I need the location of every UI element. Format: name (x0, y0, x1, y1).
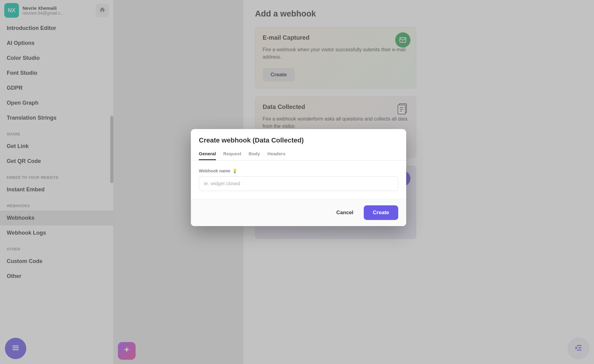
modal-title: Create webhook (Data Collected) (199, 136, 398, 144)
cancel-button[interactable]: Cancel (331, 205, 358, 220)
webhook-name-label: Webhook name (199, 168, 230, 173)
modal-tabs: General Request Body Headers (191, 148, 406, 160)
tab-body[interactable]: Body (249, 151, 260, 160)
webhook-name-input[interactable] (199, 176, 398, 191)
hint-icon[interactable]: 💡 (232, 168, 237, 173)
tab-request[interactable]: Request (223, 151, 241, 160)
modal-body: Webhook name 💡 (191, 160, 406, 199)
create-button[interactable]: Create (364, 205, 398, 220)
tab-headers[interactable]: Headers (268, 151, 286, 160)
tab-general[interactable]: General (199, 151, 216, 160)
modal-header: Create webhook (Data Collected) (191, 129, 406, 148)
field-label: Webhook name 💡 (199, 168, 398, 173)
modal-footer: Cancel Create (191, 199, 406, 226)
create-webhook-modal: Create webhook (Data Collected) General … (191, 129, 406, 226)
